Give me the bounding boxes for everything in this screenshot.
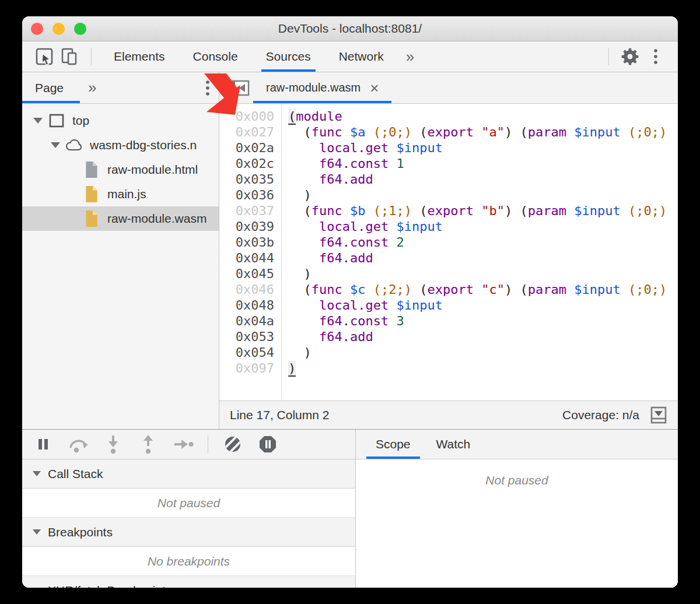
expand-triangle-icon[interactable] [30, 118, 46, 124]
line-address[interactable]: 0x037 [219, 203, 274, 219]
line-content: f64.add [288, 250, 373, 266]
line-address[interactable]: 0x036 [219, 187, 274, 203]
line-address[interactable]: 0x053 [219, 329, 274, 345]
minimize-button[interactable] [52, 23, 65, 35]
collapse-triangle-icon[interactable] [33, 529, 41, 535]
step-icon[interactable] [173, 434, 194, 454]
line-address[interactable]: 0x035 [219, 171, 274, 187]
scope-tab-strip: ScopeWatch [356, 430, 678, 459]
code-line[interactable]: 0x03b f64.const 2 [219, 234, 678, 250]
step-out-icon[interactable] [138, 434, 159, 454]
cloud-icon [65, 136, 83, 154]
code-line[interactable]: 0x097) [219, 360, 678, 376]
deactivate-breakpoints-icon[interactable] [222, 434, 243, 454]
code-line[interactable]: 0x027 (func $a (;0;) (export "a") (param… [219, 124, 678, 140]
section-header-call-stack[interactable]: Call Stack [22, 459, 355, 489]
cursor-position: Line 17, Column 2 [230, 408, 329, 422]
tree-item-raw-module-html[interactable]: raw-module.html [22, 157, 219, 182]
collapse-triangle-icon[interactable] [33, 471, 41, 476]
tab-page[interactable]: Page [22, 72, 80, 103]
line-address[interactable]: 0x000 [219, 108, 274, 124]
line-address[interactable]: 0x048 [219, 297, 274, 313]
step-into-icon[interactable] [103, 434, 124, 454]
source-code-editor[interactable]: 0x000(module0x027 (func $a (;0;) (export… [219, 104, 678, 401]
debugger-sections: Call StackNot pausedBreakpointsNo breakp… [22, 459, 355, 588]
tab-console[interactable]: Console [179, 41, 252, 72]
code-line[interactable]: 0x02a local.get $input [219, 140, 678, 156]
close-button[interactable] [31, 23, 43, 35]
scope-pane: ScopeWatch Not paused [356, 430, 678, 588]
line-address[interactable]: 0x04a [219, 313, 274, 329]
line-address[interactable]: 0x027 [219, 124, 274, 140]
pause-on-exceptions-icon[interactable] [257, 434, 278, 454]
tree-item-label: top [72, 114, 89, 128]
code-line[interactable]: 0x048 local.get $input [219, 297, 678, 313]
section-title: XHR/fetch Breakpoints [48, 584, 172, 588]
tab-network[interactable]: Network [325, 41, 398, 72]
step-over-icon[interactable] [68, 434, 89, 454]
tab-elements[interactable]: Elements [100, 41, 179, 72]
line-address[interactable]: 0x046 [219, 282, 274, 297]
section-header-xhr-fetch-breakpoints[interactable]: XHR/fetch Breakpoints [22, 576, 355, 588]
gutter-divider [281, 104, 282, 401]
line-address[interactable]: 0x02a [219, 140, 274, 156]
line-address[interactable]: 0x039 [219, 219, 274, 234]
navigator-more-menu-icon[interactable] [205, 79, 211, 97]
tree-item-label: main.js [107, 187, 146, 201]
file-yellow-icon [83, 185, 100, 203]
section-title: Call Stack [48, 467, 103, 481]
section-header-breakpoints[interactable]: Breakpoints [22, 518, 355, 547]
expand-triangle-icon[interactable] [48, 142, 63, 148]
line-address[interactable]: 0x044 [219, 250, 274, 266]
code-line[interactable]: 0x046 (func $c (;2;) (export "c") (param… [219, 282, 678, 297]
file-yellow-icon [83, 210, 100, 227]
code-line[interactable]: 0x04a f64.const 3 [219, 313, 678, 329]
line-content: local.get $input [288, 219, 443, 234]
tree-item-top[interactable]: top [22, 108, 219, 133]
code-line[interactable]: 0x044 f64.add [219, 250, 678, 266]
more-menu-icon[interactable] [646, 47, 665, 66]
zoom-button[interactable] [74, 23, 86, 35]
file-tab-raw-module-wasm[interactable]: raw-module.wasm × [253, 72, 391, 103]
code-line[interactable]: 0x053 f64.add [219, 329, 678, 345]
device-toolbar-icon[interactable] [61, 47, 79, 66]
line-address[interactable]: 0x054 [219, 345, 274, 360]
line-address[interactable]: 0x02c [219, 156, 274, 171]
close-icon[interactable]: × [370, 80, 379, 96]
line-content: (func $c (;2;) (export "c") (param $inpu… [288, 282, 667, 297]
hide-navigator-icon[interactable] [229, 79, 250, 97]
tab-watch[interactable]: Watch [424, 430, 484, 459]
code-line[interactable]: 0x039 local.get $input [219, 219, 678, 234]
line-content: f64.add [288, 329, 373, 345]
show-drawer-icon[interactable] [650, 406, 667, 424]
line-content: local.get $input [288, 140, 443, 156]
tab-scope[interactable]: Scope [363, 430, 424, 459]
code-line[interactable]: 0x045 ) [219, 266, 678, 282]
scope-message: Not paused [356, 459, 678, 487]
line-address[interactable]: 0x03b [219, 234, 274, 250]
line-content: (func $b (;1;) (export "b") (param $inpu… [288, 203, 667, 219]
navigator-tab-strip: Page » [22, 72, 219, 104]
code-line[interactable]: 0x036 ) [219, 187, 678, 203]
code-line[interactable]: 0x000(module [219, 108, 678, 124]
code-line[interactable]: 0x02c f64.const 1 [219, 156, 678, 171]
line-content: ) [288, 360, 296, 376]
inspect-icon[interactable] [35, 47, 54, 66]
coverage-status: Coverage: n/a [562, 408, 639, 422]
settings-gear-icon[interactable] [621, 47, 639, 66]
pause-icon[interactable] [33, 434, 54, 454]
file-gray-icon [83, 161, 100, 178]
more-navigator-tabs-chevron[interactable]: » [80, 79, 104, 97]
more-panels-chevron[interactable]: » [398, 48, 422, 66]
code-line[interactable]: 0x035 f64.add [219, 171, 678, 187]
tree-item-main-js[interactable]: main.js [22, 182, 219, 206]
code-line[interactable]: 0x037 (func $b (;1;) (export "b") (param… [219, 203, 678, 219]
frame-icon [48, 112, 65, 129]
code-line[interactable]: 0x054 ) [219, 345, 678, 360]
tree-item-wasm-dbg-stories-n[interactable]: wasm-dbg-stories.n [22, 133, 219, 157]
tree-item-raw-module-wasm[interactable]: raw-module.wasm [22, 206, 219, 231]
line-address[interactable]: 0x045 [219, 266, 274, 282]
line-content: ) [288, 266, 312, 282]
line-address[interactable]: 0x097 [219, 360, 274, 376]
tab-sources[interactable]: Sources [252, 41, 325, 72]
